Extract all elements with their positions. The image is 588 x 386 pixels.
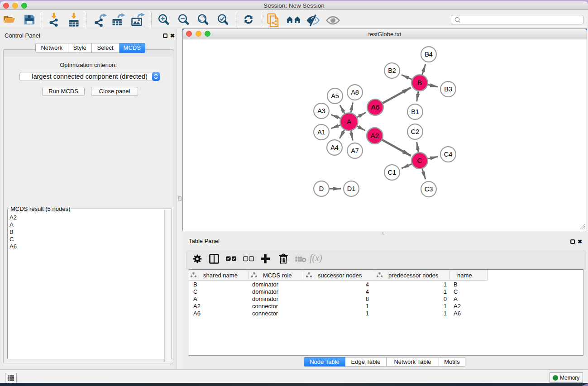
- svg-text:B3: B3: [444, 86, 452, 93]
- svg-text:A4: A4: [330, 144, 339, 151]
- svg-text:B4: B4: [425, 51, 433, 58]
- svg-text:A8: A8: [351, 89, 359, 96]
- svg-text:A2: A2: [371, 132, 379, 139]
- svg-text:A7: A7: [351, 147, 359, 154]
- svg-text:A: A: [347, 118, 352, 125]
- svg-text:A5: A5: [331, 92, 339, 100]
- svg-text:B1: B1: [411, 108, 419, 115]
- svg-text:D: D: [319, 185, 324, 192]
- svg-text:D1: D1: [347, 185, 356, 192]
- svg-text:A6: A6: [371, 103, 380, 111]
- svg-text:C4: C4: [444, 151, 453, 158]
- svg-text:C: C: [417, 157, 422, 164]
- svg-text:A1: A1: [317, 129, 325, 136]
- svg-text:C3: C3: [425, 186, 433, 193]
- svg-text:C2: C2: [411, 128, 420, 135]
- svg-text:A3: A3: [317, 107, 325, 114]
- svg-text:B2: B2: [388, 67, 396, 74]
- svg-text:C1: C1: [388, 169, 397, 176]
- svg-text:B: B: [417, 79, 422, 86]
